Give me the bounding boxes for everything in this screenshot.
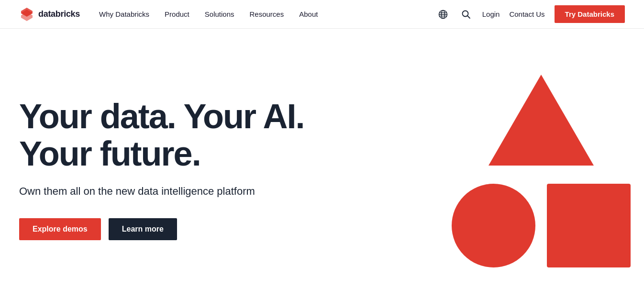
nav-solutions[interactable]: Solutions xyxy=(205,10,234,18)
search-icon-button[interactable] xyxy=(459,8,473,21)
hero-subtitle: Own them all on the new data intelligenc… xyxy=(19,184,354,199)
globe-icon xyxy=(438,10,448,19)
triangle-svg xyxy=(486,72,596,168)
hero-title: Your data. Your AI. Your future. xyxy=(19,98,354,173)
nav-product[interactable]: Product xyxy=(165,10,189,18)
hero-graphic xyxy=(438,62,644,267)
circle-shape xyxy=(452,184,535,267)
hero-title-line1: Your data. Your AI. xyxy=(19,97,304,135)
svg-marker-10 xyxy=(489,75,594,166)
hero-buttons: Explore demos Learn more xyxy=(19,218,354,240)
search-icon xyxy=(461,10,471,19)
nav-about[interactable]: About xyxy=(299,10,318,18)
logo[interactable]: databricks xyxy=(19,7,80,22)
square-shape xyxy=(547,184,631,267)
explore-demos-button[interactable]: Explore demos xyxy=(19,218,101,240)
nav-resources[interactable]: Resources xyxy=(250,10,284,18)
login-link[interactable]: Login xyxy=(482,10,500,18)
nav-links: Why Databricks Product Solutions Resourc… xyxy=(99,10,436,18)
logo-text: databricks xyxy=(38,9,80,19)
learn-more-button[interactable]: Learn more xyxy=(109,218,177,240)
triangle-shape xyxy=(438,72,644,168)
navbar: databricks Why Databricks Product Soluti… xyxy=(0,0,644,29)
try-databricks-button[interactable]: Try Databricks xyxy=(555,5,625,23)
square-container xyxy=(541,184,644,267)
contact-link[interactable]: Contact Us xyxy=(509,10,544,18)
hero-content: Your data. Your AI. Your future. Own the… xyxy=(19,98,354,240)
hero-title-line2: Your future. xyxy=(19,134,200,173)
databricks-logo-icon xyxy=(19,7,34,22)
globe-icon-button[interactable] xyxy=(436,8,450,21)
nav-why-databricks[interactable]: Why Databricks xyxy=(99,10,149,18)
nav-right: Login Contact Us Try Databricks xyxy=(436,5,625,23)
hero-section: Your data. Your AI. Your future. Own the… xyxy=(0,29,644,300)
circle-container xyxy=(438,184,541,267)
svg-line-9 xyxy=(467,16,470,18)
